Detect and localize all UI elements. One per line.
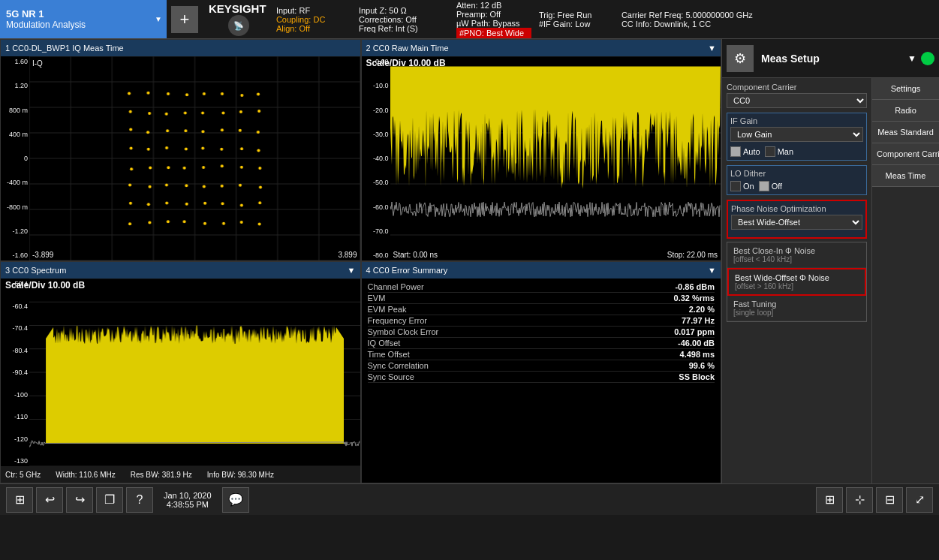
- chat-button[interactable]: 💬: [222, 487, 249, 513]
- error-value-7: 99.6 %: [689, 361, 715, 370]
- p1-ytick-5: -400 m: [2, 179, 28, 186]
- p3-ytick-4: -90.4: [2, 369, 28, 376]
- panel-4: 4 CC0 Error Summary ▼ Channel Power-0.86…: [361, 261, 722, 483]
- meas-setup-button[interactable]: Meas Setup: [758, 53, 903, 65]
- trig-col: Trig: Free Run #IF Gain: Low: [539, 11, 614, 29]
- panel-1-xmax: 3.899: [338, 251, 357, 259]
- p2-ytick-3: -30.0: [363, 131, 389, 138]
- if-gain-select[interactable]: Low Gain: [730, 127, 863, 142]
- dropdown-item-0-label: Best Close-In Φ Noise: [733, 246, 860, 255]
- trig-label: Trig: Free Run: [539, 11, 614, 20]
- panel-4-header[interactable]: 4 CC0 Error Summary ▼: [362, 262, 721, 278]
- lo-off-label: Off: [772, 182, 782, 191]
- panel-3-header[interactable]: 3 CC0 Spectrum ▼: [1, 262, 360, 278]
- dropdown-item-2-sublabel: [single loop]: [733, 309, 860, 317]
- atten-label: Atten: 12 dB: [456, 1, 531, 10]
- panel-2-xstart: Start: 0.00 ns: [393, 251, 438, 259]
- carrier-ref-label: Carrier Ref Freq: 5.000000000 GHz: [621, 11, 933, 20]
- error-value-0: -0.86 dBm: [675, 282, 715, 291]
- panel-1-header: 1 CC0-DL_BWP1 IQ Meas Time: [1, 40, 360, 56]
- add-button[interactable]: +: [171, 6, 198, 33]
- cc-select[interactable]: CC0: [727, 93, 867, 108]
- panel-3-yaxis: -50.4 -60.4 -70.4 -80.4 -90.4 -100 -110 …: [1, 278, 29, 466]
- error-label-4: Symbol Clock Error: [368, 327, 439, 336]
- man-toggle-label: Man: [778, 147, 793, 156]
- copy-button[interactable]: ❐: [96, 487, 123, 513]
- error-label-0: Channel Power: [368, 282, 424, 291]
- layout-button[interactable]: ⊟: [876, 487, 903, 513]
- redo-button[interactable]: ↪: [66, 487, 93, 513]
- meas-time-button[interactable]: Meas Time: [872, 165, 939, 187]
- man-toggle[interactable]: Man: [765, 146, 793, 157]
- panel-1-title: 1 CC0-DL_BWP1 IQ Meas Time: [5, 44, 124, 53]
- error-value-5: -46.00 dB: [678, 339, 715, 348]
- p2-ytick-4: -40.0: [363, 155, 389, 162]
- p3-ytick-6: -110: [2, 413, 28, 420]
- panel-3-dropdown-arrow[interactable]: ▼: [348, 266, 356, 275]
- right-side-btns: Settings Radio Meas Standard Component C…: [871, 78, 939, 483]
- dropdown-item-2[interactable]: Fast Tuning [single loop]: [727, 296, 866, 321]
- dropdown-item-1[interactable]: Best Wide-Offset Φ Noise [offset > 160 k…: [727, 268, 866, 296]
- gear-button[interactable]: ⚙: [727, 45, 754, 72]
- panel-1-ylabel: I-Q: [32, 59, 43, 68]
- auto-toggle-box[interactable]: [730, 146, 741, 157]
- man-toggle-box[interactable]: [765, 146, 775, 157]
- lo-on-box[interactable]: [730, 181, 741, 191]
- cursor-button[interactable]: ⊹: [846, 487, 873, 513]
- if-gain-dropdown-row[interactable]: Low Gain: [730, 127, 863, 142]
- panel-1: 1 CC0-DL_BWP1 IQ Meas Time 1.60 1.20 800…: [0, 39, 361, 261]
- lo-off-toggle[interactable]: Off: [759, 181, 782, 191]
- error-label-6: Time Offset: [368, 350, 410, 359]
- preamp-label: Preamp: Off: [456, 10, 531, 19]
- meas-standard-button[interactable]: Meas Standard: [872, 122, 939, 143]
- error-label-7: Sync Correlation: [368, 361, 429, 370]
- windows-button[interactable]: ⊞: [6, 487, 33, 513]
- panel-2-plot: Start: 0.00 ns Stop: 22.00 ms: [390, 56, 721, 260]
- right-main: Component Carrier CC0 IF Gain Low Gain: [722, 78, 939, 483]
- error-value-6: 4.498 ms: [680, 350, 715, 359]
- status-indicator: [921, 52, 934, 65]
- undo-button[interactable]: ↩: [36, 487, 63, 513]
- error-value-2: 2.20 %: [689, 305, 715, 314]
- lo-dither-label: LO Dither: [730, 169, 863, 178]
- expand-button[interactable]: ⤢: [906, 487, 933, 513]
- settings-button[interactable]: Settings: [872, 78, 939, 100]
- p3-ytick-5: -100: [2, 391, 28, 399]
- error-value-3: 77.97 Hz: [682, 316, 715, 325]
- panel-4-dropdown-arrow[interactable]: ▼: [708, 266, 716, 275]
- p3-ytick-8: -130: [2, 457, 28, 465]
- app-title: 5G NR 1 Modulation Analysis: [0, 0, 150, 38]
- phase-noise-select[interactable]: Best Wide-Offset: [731, 215, 862, 230]
- cc-info-label: CC Info: Downlink, 1 CC: [621, 20, 933, 29]
- panel-3: 3 CC0 Spectrum ▼ Scale/Div 10.00 dB -50.…: [0, 261, 361, 483]
- component-carriers-button[interactable]: Component Carriers: [872, 143, 939, 165]
- help-button[interactable]: ?: [126, 487, 153, 513]
- app-title-arrow[interactable]: ▼: [150, 0, 167, 38]
- error-row-8: Sync SourceSS Block: [368, 372, 715, 383]
- lo-on-toggle[interactable]: On: [730, 181, 754, 191]
- spectrum-canvas: [29, 278, 360, 466]
- error-label-8: Sync Source: [368, 372, 414, 381]
- error-row-4: Symbol Clock Error0.017 ppm: [368, 327, 715, 338]
- panel-2-dropdown-arrow[interactable]: ▼: [708, 44, 716, 53]
- p2-ytick-2: -20.0: [363, 107, 389, 114]
- cc-dropdown-row[interactable]: CC0: [727, 93, 867, 108]
- carrier-col: Carrier Ref Freq: 5.000000000 GHz CC Inf…: [621, 11, 933, 29]
- uwpath-label: µW Path: Bypass: [456, 19, 531, 28]
- panel-3-bottom: Ctr: 5 GHz Width: 110.6 MHz Res BW: 381.…: [1, 466, 360, 483]
- panel-3-title: 3 CC0 Spectrum: [5, 266, 66, 275]
- dropdown-item-1-label: Best Wide-Offset Φ Noise: [735, 273, 859, 282]
- dropdown-item-2-label: Fast Tuning: [733, 300, 860, 309]
- auto-toggle[interactable]: Auto: [730, 146, 760, 157]
- dropdown-item-0[interactable]: Best Close-In Φ Noise [offset < 140 kHz]: [727, 242, 866, 268]
- p1-ytick-8: -1.60: [2, 251, 28, 259]
- panel-2-header[interactable]: 2 CC0 Raw Main Time ▼: [362, 40, 721, 56]
- dropdown-item-1-sublabel: [offset > 160 kHz]: [735, 282, 859, 291]
- panel-3-width: Width: 110.6 MHz: [56, 471, 115, 479]
- lo-off-box[interactable]: [759, 181, 769, 191]
- grid-view-button[interactable]: ⊞: [816, 487, 843, 513]
- phase-noise-dropdown-row[interactable]: Best Wide-Offset: [731, 215, 862, 230]
- meas-setup-arrow[interactable]: ▼: [907, 53, 916, 64]
- toolbar-date: Jan 10, 2020: [164, 491, 212, 500]
- radio-button[interactable]: Radio: [872, 100, 939, 122]
